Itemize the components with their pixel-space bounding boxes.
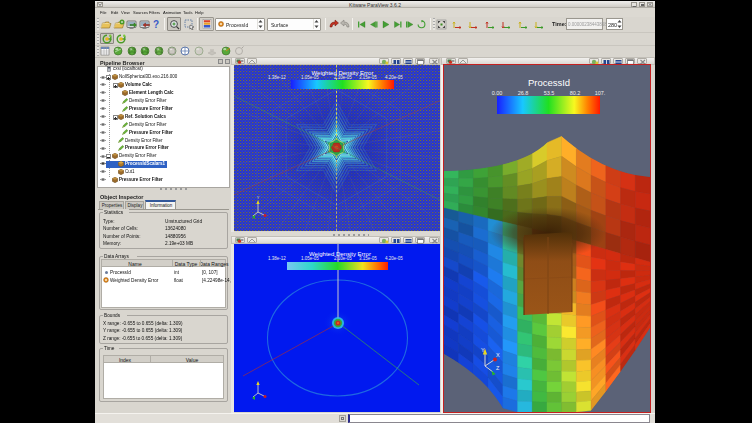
svg-text:1.05e-05: 1.05e-05	[301, 256, 319, 261]
svg-text:X: X	[496, 352, 500, 358]
svg-text:80.2: 80.2	[570, 90, 581, 96]
svg-text:1.38e-12: 1.38e-12	[268, 75, 286, 80]
svg-text:26.8: 26.8	[518, 90, 529, 96]
svg-text:3.15e-05: 3.15e-05	[359, 256, 377, 261]
svg-text:2.10e-05: 2.10e-05	[334, 256, 352, 261]
svg-text:0.00: 0.00	[492, 90, 503, 96]
svg-text:3.15e-05: 3.15e-05	[359, 75, 377, 80]
svg-text:2.10e-05: 2.10e-05	[334, 75, 352, 80]
svg-text:4.20e-05: 4.20e-05	[385, 75, 403, 80]
svg-text:53.5: 53.5	[544, 90, 555, 96]
svg-text:1.38e-12: 1.38e-12	[268, 256, 286, 261]
svg-text:1.05e-05: 1.05e-05	[301, 75, 319, 80]
svg-text:4.20e-05: 4.20e-05	[385, 256, 403, 261]
svg-text:Y: Y	[481, 347, 485, 353]
svg-text:ProcessId: ProcessId	[528, 77, 570, 88]
svg-text:107.: 107.	[595, 90, 606, 96]
svg-text:Y: Y	[257, 195, 260, 200]
